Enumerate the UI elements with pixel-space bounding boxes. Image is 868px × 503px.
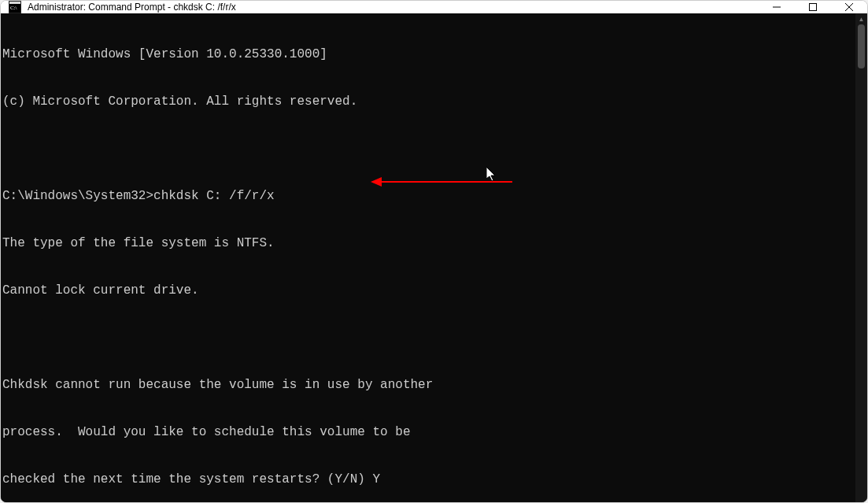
svg-rect-1	[9, 2, 20, 4]
console-line	[2, 141, 854, 157]
console-line: C:\Windows\System32>chkdsk C: /f/r/x	[2, 188, 854, 204]
scrollbar-thumb[interactable]	[858, 24, 865, 68]
window-controls	[759, 1, 867, 13]
svg-rect-4	[810, 4, 817, 11]
console-line: process. Would you like to schedule this…	[2, 424, 854, 440]
console-line: checked the next time the system restart…	[2, 472, 854, 487]
console-line: Chkdsk cannot run because the volume is …	[2, 377, 854, 393]
console-output[interactable]: Microsoft Windows [Version 10.0.25330.10…	[1, 13, 855, 503]
console-line: The type of the file system is NTFS.	[2, 235, 854, 251]
maximize-button[interactable]	[795, 1, 831, 13]
console-area: Microsoft Windows [Version 10.0.25330.10…	[1, 13, 867, 503]
console-line	[2, 330, 854, 346]
console-line: Cannot lock current drive.	[2, 283, 854, 298]
console-line: (c) Microsoft Corporation. All rights re…	[2, 94, 854, 109]
close-button[interactable]	[831, 1, 867, 13]
console-line: Microsoft Windows [Version 10.0.25330.10…	[2, 46, 854, 62]
window-title: Administrator: Command Prompt - chkdsk C…	[28, 2, 759, 13]
vertical-scrollbar[interactable]: ▲ ▼	[855, 13, 867, 503]
cmd-icon: C:\	[9, 1, 21, 13]
scroll-up-button[interactable]: ▲	[855, 13, 867, 24]
minimize-button[interactable]	[759, 1, 795, 13]
command-prompt-window: C:\ Administrator: Command Prompt - chkd…	[0, 0, 868, 503]
titlebar[interactable]: C:\ Administrator: Command Prompt - chkd…	[1, 1, 867, 13]
svg-text:C:\: C:\	[10, 5, 17, 11]
